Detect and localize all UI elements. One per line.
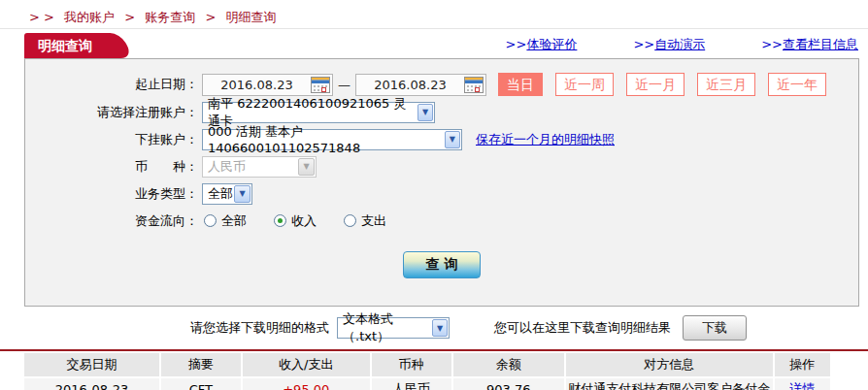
currency-value: 人民币	[208, 158, 246, 176]
query-form-panel: 起止日期： 2016.08.23 — 2016.08.23	[24, 58, 859, 307]
download-format-value: 文本格式（.txt）	[343, 310, 432, 345]
quick-range-buttons: 当日 近一周 近一月 近三月 近一年	[498, 73, 839, 96]
auto-demo-link[interactable]: >>自动演示	[633, 36, 705, 53]
date-range-row: 起止日期： 2016.08.23 — 2016.08.23	[25, 73, 858, 96]
breadcrumb-prefix: > >	[29, 10, 54, 24]
download-format-select[interactable]: 文本格式（.txt） ▼	[337, 317, 450, 339]
radio-checked-icon[interactable]	[274, 214, 286, 227]
registered-account-row: 请选择注册账户： 南平 6222001406100921065 灵通卡 ▼	[25, 101, 858, 123]
end-date-input[interactable]: 2016.08.23	[355, 74, 486, 96]
query-button-row: 查 询	[25, 251, 858, 278]
radio-label: 全部	[221, 212, 247, 230]
link-label: 体验评价	[526, 37, 577, 51]
sub-account-label: 下挂账户：	[25, 131, 198, 148]
registered-account-label: 请选择注册账户：	[25, 104, 198, 121]
radio-label: 支出	[361, 212, 386, 230]
cell-operation: 详情	[775, 378, 830, 390]
calendar-icon[interactable]	[311, 77, 330, 93]
table-header-row: 交易日期 摘要 收入/支出 币种 余额 对方信息 操作	[24, 353, 830, 376]
fund-flow-option-all[interactable]: 全部	[204, 212, 247, 230]
radio-label: 收入	[291, 212, 317, 230]
header-links: >>体验评价 >>自动演示 >>查看栏目信息	[450, 36, 858, 58]
range-button-3months[interactable]: 近三月	[697, 73, 755, 96]
chevron-down-icon[interactable]: ▼	[432, 319, 448, 337]
header-counterparty: 对方信息	[566, 353, 773, 376]
range-button-today[interactable]: 当日	[498, 73, 543, 96]
start-date-value: 2016.08.23	[203, 78, 311, 92]
currency-label: 币 种：	[25, 158, 198, 176]
range-button-week[interactable]: 近一周	[555, 73, 614, 96]
cell-amount: +95.00	[243, 378, 370, 390]
link-prefix: >>	[761, 37, 783, 51]
cell-balance: 903.76	[453, 378, 565, 390]
breadcrumb: > > 我的账户 > 账务查询 > 明细查询	[0, 0, 868, 29]
fund-flow-option-expense[interactable]: 支出	[344, 212, 386, 230]
save-snapshot-link[interactable]: 保存近一个月的明细快照	[476, 131, 615, 148]
header-operation: 操作	[775, 353, 830, 376]
chevron-down-icon[interactable]: ▼	[234, 185, 250, 203]
fund-flow-row: 资金流向： 全部 收入 支出	[25, 210, 858, 232]
business-type-label: 业务类型：	[25, 185, 198, 203]
chevron-down-icon[interactable]: ▼	[445, 131, 460, 148]
sub-account-row: 下挂账户： 000 活期 基本户 1406600101102571848 ▼ 保…	[25, 128, 858, 150]
download-row: 请您选择下载明细的格式 文本格式（.txt） ▼ 您可以在这里下载查询明细结果 …	[0, 315, 868, 341]
registered-account-select[interactable]: 南平 6222001406100921065 灵通卡 ▼	[202, 102, 435, 123]
business-type-value: 全部	[208, 185, 233, 203]
currency-row: 币 种： 人民币 ▼	[25, 155, 858, 178]
breadcrumb-item-account-query[interactable]: 账务查询	[145, 10, 195, 24]
breadcrumb-item-detail-query[interactable]: 明细查询	[225, 10, 276, 24]
sub-account-select[interactable]: 000 活期 基本户 1406600101102571848 ▼	[202, 129, 462, 150]
link-label: 自动演示	[654, 37, 705, 51]
query-button[interactable]: 查 询	[403, 251, 481, 278]
download-format-label: 请您选择下载明细的格式	[190, 319, 329, 337]
radio-unchecked-icon[interactable]	[204, 214, 217, 227]
header-trade-date: 交易日期	[24, 353, 159, 376]
calendar-icon[interactable]	[464, 77, 484, 93]
currency-select: 人民币 ▼	[202, 156, 317, 178]
link-prefix: >>	[633, 37, 654, 51]
business-type-row: 业务类型： 全部 ▼	[25, 182, 858, 205]
fund-flow-options: 全部 收入 支出	[204, 212, 414, 230]
breadcrumb-separator: >	[124, 10, 135, 24]
fund-flow-label: 资金流向：	[25, 212, 198, 230]
header-balance: 余额	[453, 353, 565, 376]
header-currency: 币种	[372, 353, 451, 376]
detail-link[interactable]: 详情	[789, 381, 815, 390]
date-range-label: 起止日期：	[25, 76, 198, 93]
range-button-month[interactable]: 近一月	[626, 73, 684, 96]
link-label: 查看栏目信息	[783, 37, 858, 51]
chevron-down-icon[interactable]: ▼	[417, 104, 433, 121]
results-table: 交易日期 摘要 收入/支出 币种 余额 对方信息 操作 2016-08-23 C…	[22, 351, 832, 390]
date-separator: —	[338, 78, 351, 92]
table-row: 2016-08-23 CFT +95.00 人民币 903.76 财付通支付科技…	[24, 378, 830, 390]
range-button-year[interactable]: 近一年	[768, 73, 826, 96]
start-date-input[interactable]: 2016.08.23	[202, 74, 333, 96]
download-button[interactable]: 下载	[683, 315, 747, 341]
chevron-down-icon: ▼	[298, 158, 315, 176]
view-column-info-link[interactable]: >>查看栏目信息	[761, 36, 858, 53]
link-prefix: >>	[506, 37, 527, 51]
header-summary: 摘要	[161, 353, 241, 376]
breadcrumb-item-my-account[interactable]: 我的账户	[64, 10, 115, 24]
breadcrumb-separator: >	[205, 10, 216, 24]
cell-currency: 人民币	[372, 378, 451, 390]
fund-flow-option-income[interactable]: 收入	[274, 212, 317, 230]
business-type-select[interactable]: 全部 ▼	[202, 183, 252, 205]
header-income-expense: 收入/支出	[243, 353, 370, 376]
sub-account-value: 000 活期 基本户 1406600101102571848	[208, 123, 445, 155]
cell-trade-date: 2016-08-23	[24, 378, 159, 390]
tab-detail-query[interactable]: 明细查询	[24, 33, 104, 58]
header-bar: 明细查询 >>体验评价 >>自动演示 >>查看栏目信息	[0, 29, 868, 58]
experience-rating-link[interactable]: >>体验评价	[506, 36, 578, 53]
end-date-value: 2016.08.23	[356, 78, 464, 92]
download-result-text: 您可以在这里下载查询明细结果	[494, 319, 671, 337]
cell-counterparty: 财付通支付科技有限公司客户备付金	[566, 378, 773, 390]
radio-unchecked-icon[interactable]	[344, 214, 356, 227]
cell-summary: CFT	[161, 378, 241, 390]
